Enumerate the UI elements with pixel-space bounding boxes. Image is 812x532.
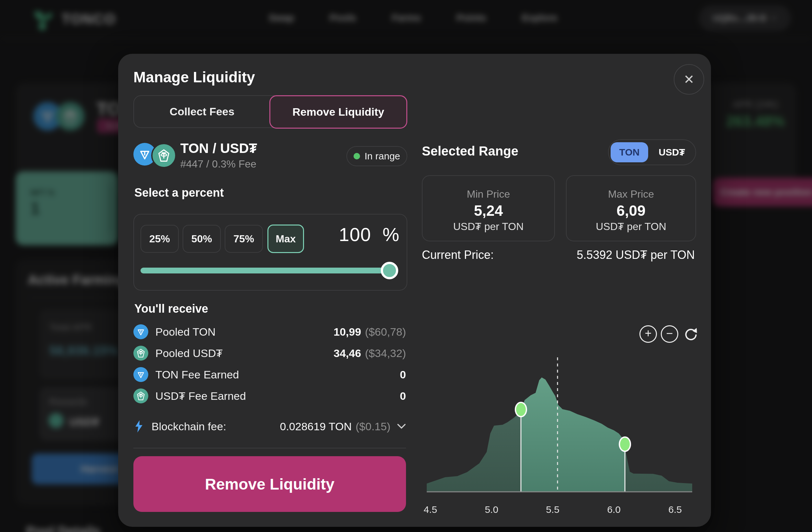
zoom-in-button[interactable]: +: [639, 325, 657, 343]
usdt-icon: [133, 389, 148, 403]
min-price-value: 5,24: [422, 202, 554, 219]
percent-unit: %: [382, 224, 400, 245]
in-range-label: In range: [365, 151, 400, 162]
manage-liquidity-modal: Manage Liquidity ✕ Collect Fees Remove L…: [118, 54, 711, 527]
percent-slider-handle[interactable]: [381, 262, 398, 279]
blockchain-fee-row[interactable]: Blockchain fee: 0.028619 TON ($0.15): [133, 417, 406, 436]
in-range-dot: [353, 153, 360, 159]
receive-row-sub: ($34,32): [365, 347, 406, 360]
svg-text:4.5: 4.5: [423, 504, 437, 515]
minus-icon: −: [666, 327, 673, 339]
receive-heading: You'll receive: [134, 302, 208, 316]
percent-panel: 25% 50% 75% Max 100 %: [133, 214, 407, 291]
chart-controls: + −: [639, 325, 699, 343]
chevron-down-icon[interactable]: [397, 423, 406, 429]
fee-label: Blockchain fee:: [151, 420, 226, 433]
ton-icon: [133, 324, 148, 339]
remove-liquidity-button[interactable]: Remove Liquidity: [133, 456, 406, 512]
ton-icon: [133, 367, 148, 382]
current-price-label: Current Price:: [422, 248, 494, 262]
receive-row-value: 10,99: [333, 326, 361, 338]
in-range-badge: In range: [346, 146, 407, 166]
modal-title: Manage Liquidity: [133, 68, 255, 86]
svg-text:5.5: 5.5: [546, 504, 560, 515]
select-percent-heading: Select a percent: [134, 186, 224, 199]
percent-50-button[interactable]: 50%: [183, 225, 221, 253]
min-price-label: Min Price: [422, 188, 554, 200]
tab-collect-fees[interactable]: Collect Fees: [134, 96, 270, 127]
receive-row: Pooled TON 10,99 ($60,78): [133, 321, 406, 342]
receive-row: Pooled USD₮ 34,46 ($34,32): [133, 342, 406, 364]
min-price-card[interactable]: Min Price 5,24 USD₮ per TON: [422, 175, 555, 241]
receive-row-label: Pooled TON: [156, 326, 216, 338]
close-button[interactable]: ✕: [674, 64, 704, 95]
toggle-usdt[interactable]: USD₮: [648, 147, 695, 158]
toggle-ton[interactable]: TON: [611, 142, 648, 162]
receive-row: TON Fee Earned 0: [133, 364, 406, 385]
max-price-card[interactable]: Max Price 6,09 USD₮ per TON: [566, 175, 696, 241]
fee-sub: ($0.15): [356, 420, 390, 433]
svg-text:6.0: 6.0: [607, 504, 621, 515]
usdt-icon: [133, 346, 148, 361]
percent-max-button[interactable]: Max: [267, 225, 304, 253]
max-price-unit: USD₮ per TON: [567, 221, 695, 233]
svg-text:6.5: 6.5: [668, 504, 682, 515]
tab-remove-liquidity[interactable]: Remove Liquidity: [270, 95, 407, 129]
max-price-value: 6,09: [567, 202, 695, 219]
lightning-icon: [133, 419, 144, 434]
receive-row-label: USD₮ Fee Earned: [156, 390, 246, 402]
refresh-icon[interactable]: [682, 326, 699, 342]
min-price-unit: USD₮ per TON: [422, 221, 554, 233]
max-price-label: Max Price: [567, 188, 695, 200]
divider: [133, 448, 406, 448]
fee-value: 0.028619 TON: [280, 420, 352, 433]
selected-range-heading: Selected Range: [422, 144, 518, 158]
usdt-icon: [151, 143, 176, 168]
receive-row-label: Pooled USD₮: [156, 347, 223, 360]
receive-row-value: 0: [400, 368, 406, 381]
current-price-value: 5.5392 USD₮ per TON: [501, 248, 695, 262]
pair-meta: #447 / 0.3% Fee: [180, 158, 257, 170]
receive-row-sub: ($60,78): [365, 326, 406, 338]
percent-slider-track[interactable]: [141, 268, 395, 274]
pair-name: TON / USD₮: [180, 141, 257, 156]
percent-value: 100: [339, 224, 371, 245]
percent-25-button[interactable]: 25%: [141, 225, 179, 253]
range-currency-toggle: TON USD₮: [608, 139, 696, 165]
percent-75-button[interactable]: 75%: [225, 225, 263, 253]
receive-row-value: 0: [400, 390, 406, 402]
svg-text:5.0: 5.0: [485, 504, 498, 515]
receive-row-value: 34,46: [333, 347, 361, 360]
zoom-out-button[interactable]: −: [661, 325, 678, 343]
plus-icon: +: [644, 327, 651, 339]
close-icon: ✕: [683, 73, 695, 86]
receive-row-label: TON Fee Earned: [156, 368, 239, 381]
tabs-container: Collect Fees Remove Liquidity: [133, 95, 407, 128]
receive-row: USD₮ Fee Earned 0: [133, 385, 406, 407]
liquidity-chart[interactable]: 4.55.05.56.06.5: [419, 351, 699, 522]
